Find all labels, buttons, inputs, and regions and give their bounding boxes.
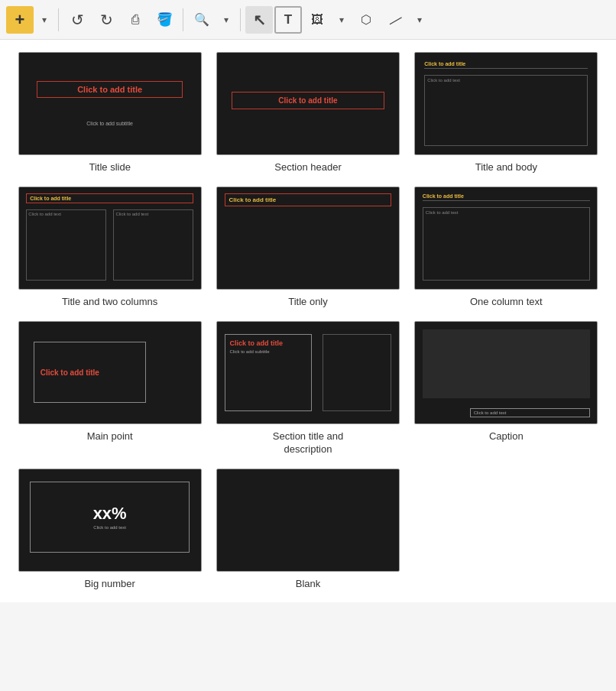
undo-button[interactable]: ↺ (63, 6, 91, 34)
oct-body-text: Click to add text (423, 207, 590, 281)
layout-thumb-title-only: Click to add title (216, 187, 400, 290)
layout-thumb-section-header: Click to add title (216, 52, 400, 155)
shape-button[interactable]: ⬡ (352, 6, 380, 34)
layout-big-number[interactable]: xx% Click to add text Big number (15, 469, 204, 591)
layout-blank[interactable]: Blank (213, 469, 402, 591)
layout-label-two-columns: Title and two columns (62, 296, 157, 309)
layout-label-section-title-desc: Section title and description (273, 430, 344, 456)
std-title-text: Click to add title (230, 339, 306, 347)
layout-two-columns[interactable]: Click to add title Click to add text Cli… (15, 187, 204, 309)
bn-sub-text: Click to add text (93, 525, 126, 530)
ts-subtitle: Click to add subtitle (19, 121, 201, 126)
ttc-col2-text: Click to add text (113, 209, 193, 281)
layout-title-slide[interactable]: Click to add title Click to add subtitle… (15, 52, 204, 174)
layout-label-title-body: Title and body (475, 161, 537, 174)
divider-2 (183, 8, 183, 31)
layout-section-header[interactable]: Click to add title Section header (213, 52, 402, 174)
mp-title-text: Click to add title (41, 368, 99, 377)
zoom-button[interactable]: 🔍 (188, 6, 216, 34)
ts-title: Click to add title (44, 85, 175, 94)
layout-picker: Click to add title Click to add subtitle… (0, 40, 616, 602)
layout-thumb-caption: Click to add text (414, 321, 598, 424)
toolbar: + ▾ ↺ ↻ ⎙ 🪣 🔍 ▾ ↖ T 🖼 ▾ ⬡ — ▾ (0, 0, 616, 40)
oct-title-text: Click to add title (423, 193, 590, 201)
cap-body-area (423, 329, 590, 397)
divider-3 (240, 8, 241, 31)
layout-label-caption: Caption (489, 430, 524, 443)
blank-area (217, 469, 399, 571)
layout-one-column[interactable]: Click to add title Click to add text One… (412, 187, 601, 309)
divider-1 (58, 8, 59, 31)
layout-label-title-only: Title only (288, 296, 328, 309)
layouts-grid: Click to add title Click to add subtitle… (15, 52, 601, 590)
add-dropdown[interactable]: ▾ (35, 6, 53, 34)
layout-label-main-point: Main point (87, 430, 133, 443)
std-right-area (323, 334, 391, 411)
layout-title-body[interactable]: Click to add title Click to add text Tit… (412, 52, 601, 174)
layout-label-title-slide: Title slide (89, 161, 130, 174)
layout-label-one-column: One column text (470, 296, 543, 309)
cap-body-text: Click to add text (474, 410, 586, 415)
layout-label-blank: Blank (296, 578, 321, 591)
layout-main-point[interactable]: Click to add title Main point (15, 321, 204, 456)
image-dropdown[interactable]: ▾ (332, 6, 351, 34)
tab-title-text: Click to add title (424, 61, 588, 69)
to-title-text: Click to add title (229, 196, 387, 203)
layout-label-big-number: Big number (84, 578, 135, 591)
ttc-title-text: Click to add title (30, 196, 190, 201)
bn-number-text: xx% (93, 504, 127, 524)
layout-thumb-two-columns: Click to add title Click to add text Cli… (18, 187, 202, 290)
image-button[interactable]: 🖼 (303, 6, 331, 34)
zoom-dropdown[interactable]: ▾ (217, 6, 235, 34)
ttc-col1-text: Click to add text (26, 209, 106, 281)
pointer-button[interactable]: ↖ (245, 6, 273, 34)
layout-thumb-big-number: xx% Click to add text (18, 469, 202, 572)
layout-title-only[interactable]: Click to add title Title only (213, 187, 402, 309)
layout-caption[interactable]: Click to add text Caption (412, 321, 601, 456)
layout-section-title-desc[interactable]: Click to add title Click to add subtitle… (213, 321, 402, 456)
add-button[interactable]: + (6, 6, 34, 34)
std-sub-text: Click to add subtitle (230, 349, 306, 354)
redo-button[interactable]: ↻ (92, 6, 120, 34)
layout-label-section-header: Section header (274, 161, 341, 174)
layout-thumb-title-slide: Click to add title Click to add subtitle (18, 52, 202, 155)
line-dropdown[interactable]: ▾ (410, 6, 429, 34)
tab-body-text: Click to add text (424, 75, 588, 146)
text-box-button[interactable]: T (274, 6, 302, 34)
layout-thumb-title-body: Click to add title Click to add text (414, 52, 598, 155)
print-button[interactable]: ⎙ (122, 6, 149, 34)
layout-thumb-section-title-desc: Click to add title Click to add subtitle (216, 321, 400, 424)
layout-thumb-blank (216, 469, 400, 572)
layout-thumb-one-column: Click to add title Click to add text (414, 187, 598, 290)
sh-title: Click to add title (240, 96, 376, 105)
paint-button[interactable]: 🪣 (151, 6, 178, 34)
layout-thumb-main-point: Click to add title (18, 321, 202, 424)
line-button[interactable]: — (376, 1, 413, 38)
